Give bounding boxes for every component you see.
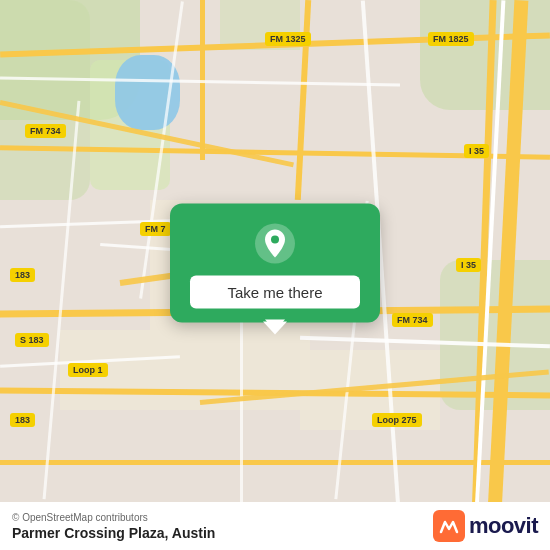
road-badge-183-bot: 183 [10, 413, 35, 427]
road-badge-s183: S 183 [15, 333, 49, 347]
road-badge-fm734-left: FM 734 [25, 124, 66, 138]
moovit-icon [433, 510, 465, 542]
take-me-there-button[interactable]: Take me there [190, 276, 360, 309]
copyright-text: © OpenStreetMap contributors [12, 512, 215, 523]
road-badge-fm1325: FM 1325 [265, 32, 311, 46]
road-badge-loop1-bot: Loop 1 [68, 363, 108, 377]
moovit-logo: moovit [433, 510, 538, 542]
road-badge-loop275: Loop 275 [372, 413, 422, 427]
popup-card: Take me there [170, 204, 380, 323]
location-pin-icon [253, 222, 297, 266]
road-badge-183: 183 [10, 268, 35, 282]
bottom-left: © OpenStreetMap contributors Parmer Cros… [12, 512, 215, 541]
road-badge-fm734-right: FM 734 [392, 313, 433, 327]
map-container: FM 1325 FM 1825 FM 734 FM 7 I 35 I 35 18… [0, 0, 550, 550]
location-title: Parmer Crossing Plaza, Austin [12, 525, 215, 541]
road-badge-fm1825: FM 1825 [428, 32, 474, 46]
moovit-text: moovit [469, 513, 538, 539]
bottom-bar: © OpenStreetMap contributors Parmer Cros… [0, 502, 550, 550]
road-badge-fm7: FM 7 [140, 222, 171, 236]
road-badge-i35-mid: I 35 [456, 258, 481, 272]
road-badge-i35-top: I 35 [464, 144, 489, 158]
svg-point-1 [271, 236, 279, 244]
